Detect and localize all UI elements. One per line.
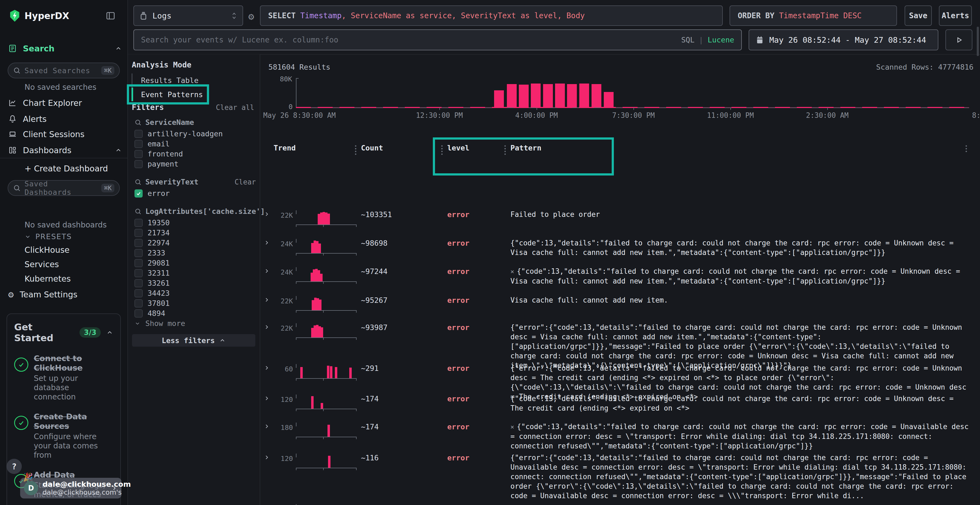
collapse-sidebar-icon[interactable] — [106, 11, 115, 21]
lucene-mode-toggle[interactable]: Lucene — [708, 36, 734, 44]
sparkline-bar — [318, 214, 320, 224]
scrollbar-thumb[interactable] — [977, 27, 979, 56]
sidebar-item-alerts[interactable]: Alerts — [8, 113, 122, 125]
checkbox[interactable] — [134, 259, 143, 267]
checkbox[interactable] — [134, 160, 143, 168]
filter-checkbox-row[interactable]: 29081 — [134, 258, 256, 268]
filter-checkbox-row[interactable]: artillery-loadgen — [134, 129, 256, 139]
sql-select-input[interactable]: SELECT Timestamp, ServiceName as service… — [260, 5, 723, 26]
sidebar-item-dashboards[interactable]: Dashboards — [8, 144, 122, 156]
expand-row-chevron-icon[interactable] — [264, 268, 270, 274]
preset-dashboard-link[interactable]: ClickHouse — [24, 243, 71, 257]
histogram-bar[interactable] — [531, 84, 541, 108]
saved-dashboards-input[interactable]: Saved Dashboards ⌘K — [8, 180, 120, 196]
table-menu-kebab-icon[interactable] — [966, 145, 967, 152]
sidebar-item-chart-explorer[interactable]: Chart Explorer — [8, 97, 122, 109]
dismiss-x-icon[interactable]: × — [511, 268, 514, 275]
level-value: error — [447, 323, 469, 332]
histogram-bar[interactable] — [555, 84, 565, 108]
user-menu[interactable]: D dale@clickhouse.com dale@clickhouse.co… — [20, 478, 121, 499]
filter-checkbox-row[interactable]: 34423 — [134, 288, 256, 298]
expand-row-chevron-icon[interactable] — [264, 324, 270, 330]
checkbox[interactable] — [134, 279, 143, 287]
histogram-bar[interactable] — [494, 91, 504, 108]
presets-toggle[interactable]: PRESETS — [24, 232, 72, 241]
expand-row-chevron-icon[interactable] — [264, 395, 270, 402]
preset-dashboard-link[interactable]: Kubernetes — [24, 272, 71, 286]
tab-event-patterns[interactable]: Event Patterns — [141, 91, 203, 99]
expand-row-chevron-icon[interactable] — [264, 423, 270, 430]
expand-row-chevron-icon[interactable] — [264, 211, 270, 218]
alerts-button[interactable]: Alerts — [939, 5, 972, 26]
checkbox-checked[interactable] — [134, 189, 143, 197]
filter-checkbox-row[interactable]: 32311 — [134, 268, 256, 278]
filter-checkbox-row[interactable]: error — [134, 188, 256, 199]
saved-searches-input[interactable]: Saved Searches ⌘K — [8, 63, 120, 78]
sql-mode-toggle[interactable]: SQL — [681, 36, 694, 44]
filter-group-name[interactable]: ServiceName — [145, 118, 194, 127]
source-select[interactable]: Logs — [134, 5, 243, 26]
tab-results-table[interactable]: Results Table — [141, 76, 199, 85]
col-drag-handle[interactable] — [504, 145, 506, 155]
col-drag-handle[interactable] — [355, 145, 356, 155]
less-filters-button[interactable]: Less filters — [132, 334, 255, 347]
filter-checkbox-row[interactable]: 37801 — [134, 298, 256, 308]
checkbox[interactable] — [134, 229, 143, 237]
filter-clear-link[interactable]: Clear — [235, 178, 256, 186]
filter-checkbox-row[interactable]: 22974 — [134, 238, 256, 248]
help-button[interactable]: ? — [6, 459, 22, 474]
histogram-bar[interactable] — [543, 84, 553, 108]
clear-all-link[interactable]: Clear all — [216, 103, 254, 111]
chevron-up-icon[interactable] — [115, 45, 122, 52]
order-by-input[interactable]: ORDER BY TimestampTime DESC — [730, 5, 897, 26]
preset-dashboard-link[interactable]: Services — [24, 257, 71, 272]
checkbox[interactable] — [134, 289, 143, 297]
get-started-task[interactable]: Connect to ClickHouseSet up your databas… — [14, 354, 113, 402]
histogram-bar[interactable] — [592, 84, 601, 108]
col-drag-handle[interactable] — [441, 145, 442, 155]
checkbox[interactable] — [134, 150, 143, 158]
histogram-plot[interactable] — [296, 78, 969, 108]
checkbox[interactable] — [134, 310, 143, 318]
checkbox[interactable] — [134, 299, 143, 308]
filter-checkbox-row[interactable]: 2333 — [134, 248, 256, 258]
sidebar-item-team-settings[interactable]: ⚙ Team Settings — [8, 288, 122, 300]
save-button[interactable]: Save — [905, 5, 932, 26]
get-started-task[interactable]: Create Data SourcesConfigure where your … — [14, 412, 113, 460]
filter-checkbox-row[interactable]: frontend — [134, 149, 256, 159]
filter-checkbox-row[interactable]: 4894 — [134, 308, 256, 318]
histogram-bar[interactable] — [507, 84, 517, 108]
filter-checkbox-row[interactable]: 21734 — [134, 228, 256, 238]
filter-group-name[interactable]: LogAttributes['cache.size'] — [145, 207, 265, 216]
checkbox[interactable] — [134, 269, 143, 277]
sidebar-item-search[interactable]: Search — [8, 43, 122, 54]
sidebar-item-client-sessions[interactable]: Client Sessions — [8, 128, 122, 140]
create-dashboard-button[interactable]: + Create Dashboard — [24, 164, 108, 173]
expand-row-chevron-icon[interactable] — [264, 297, 270, 303]
checkbox[interactable] — [134, 140, 143, 148]
query-settings-gear-icon[interactable]: ⚙ — [248, 11, 254, 22]
histogram-bar[interactable] — [567, 84, 577, 108]
filter-checkbox-row[interactable]: 33261 — [134, 278, 256, 288]
chevron-up-icon[interactable] — [115, 147, 122, 154]
filter-checkbox-row[interactable]: payment — [134, 159, 256, 169]
histogram-bar[interactable] — [604, 92, 614, 108]
show-more-link[interactable]: Show more — [134, 318, 256, 329]
run-query-button[interactable] — [945, 29, 972, 50]
filter-checkbox-row[interactable]: email — [134, 139, 256, 149]
checkbox[interactable] — [134, 219, 143, 227]
lucene-search-input[interactable]: Search your events w/ Lucene ex. column:… — [134, 29, 742, 50]
checkbox[interactable] — [134, 239, 143, 247]
expand-row-chevron-icon[interactable] — [264, 454, 270, 461]
chevron-up-icon[interactable] — [106, 329, 113, 336]
checkbox[interactable] — [134, 249, 143, 257]
histogram-bar[interactable] — [579, 84, 589, 108]
time-range-picker[interactable]: May 26 08:52:44 - May 27 08:52:44 — [749, 29, 939, 50]
histogram-bar[interactable] — [519, 85, 529, 108]
dismiss-x-icon[interactable]: × — [511, 423, 514, 430]
filter-checkbox-row[interactable]: 19350 — [134, 218, 256, 228]
filter-group-name[interactable]: SeverityText — [145, 178, 199, 186]
checkbox[interactable] — [134, 130, 143, 138]
expand-row-chevron-icon[interactable] — [264, 240, 270, 246]
expand-row-chevron-icon[interactable] — [264, 365, 270, 371]
